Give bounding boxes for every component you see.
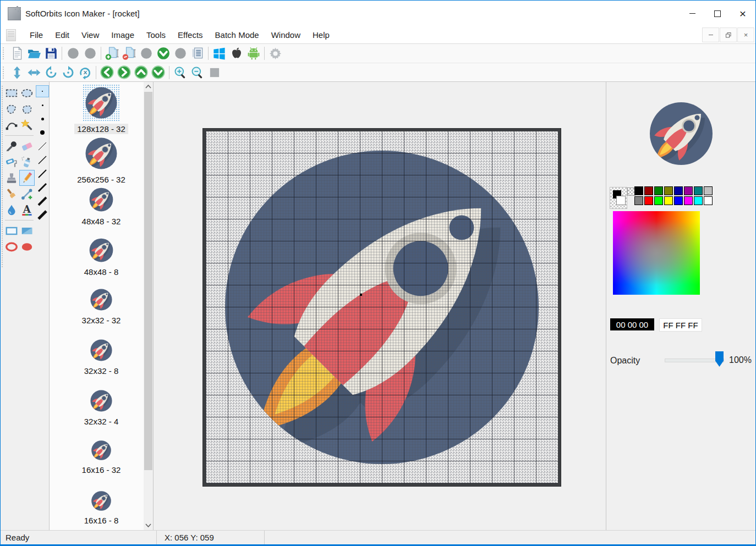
android-icon-set-button[interactable]: [245, 46, 262, 62]
palette-swatch-ffff00[interactable]: [664, 196, 673, 205]
shift-left-button[interactable]: [98, 64, 116, 80]
rectangle-outline-button[interactable]: [4, 223, 19, 239]
menu-batch-mode[interactable]: Batch Mode: [209, 30, 265, 40]
shift-down-button[interactable]: [150, 64, 167, 80]
palette-swatch-ffffff[interactable]: [704, 196, 713, 205]
menu-tools[interactable]: Tools: [140, 30, 172, 40]
palette-swatch-ff0000[interactable]: [644, 196, 653, 205]
grab-screen-button[interactable]: [138, 46, 155, 62]
image-list-button[interactable]: [189, 46, 206, 62]
foreground-background-swatches[interactable]: [610, 187, 627, 209]
palette-swatch-0000ff[interactable]: [674, 196, 683, 205]
icon-thumbnail[interactable]: [88, 286, 114, 313]
menu-help[interactable]: Help: [306, 30, 336, 40]
pencil-tool-button[interactable]: [19, 170, 35, 186]
save-icon-button[interactable]: [42, 46, 59, 62]
redo-button[interactable]: [81, 46, 98, 62]
icon-thumbnail[interactable]: [87, 185, 116, 214]
icon-thumbnail[interactable]: [83, 135, 120, 172]
curve-tool-button[interactable]: [4, 117, 19, 133]
blur-tool-button[interactable]: [4, 202, 19, 218]
fill-tool-button[interactable]: [4, 154, 19, 170]
actual-size-button[interactable]: [206, 64, 223, 80]
palette-swatch-808000[interactable]: [664, 186, 673, 195]
icon-thumbnail[interactable]: [87, 236, 116, 264]
add-image-button[interactable]: [103, 46, 120, 62]
magic-wand-button[interactable]: [19, 117, 35, 133]
zoom-in-button[interactable]: [172, 64, 189, 80]
import-image-button[interactable]: [172, 46, 189, 62]
windows-icon-set-button[interactable]: [211, 46, 228, 62]
palette-swatch-990099[interactable]: [684, 186, 693, 195]
palette-swatch-008000[interactable]: [654, 186, 663, 195]
line-width-3-option[interactable]: [36, 181, 49, 194]
palette-swatch-808080[interactable]: [634, 196, 643, 205]
icon-size-item[interactable]: 32x32 - 4: [50, 385, 153, 436]
palette-swatch-990000[interactable]: [644, 186, 653, 195]
close-button[interactable]: ×: [730, 1, 755, 26]
select-freeform-button[interactable]: [19, 101, 35, 117]
icon-size-item[interactable]: 128x128 - 32: [50, 82, 153, 133]
icon-thumbnail[interactable]: [89, 438, 113, 462]
resize-horizontal-button[interactable]: [25, 64, 42, 80]
palette-swatch-ff00ff[interactable]: [684, 196, 693, 205]
select-rectangle-button[interactable]: [4, 85, 19, 101]
list-scrollbar[interactable]: [144, 82, 153, 530]
ellipse-outline-button[interactable]: [4, 239, 19, 255]
zoom-out-button[interactable]: [189, 64, 206, 80]
palette-swatch-008080[interactable]: [694, 186, 703, 195]
background-color-swatch[interactable]: [616, 196, 626, 205]
palette-swatch-00ff00[interactable]: [654, 196, 663, 205]
scrollbar-thumb[interactable]: [144, 92, 152, 470]
maximize-button[interactable]: [705, 1, 730, 26]
settings-button[interactable]: [267, 46, 284, 62]
line-width-2-option[interactable]: [36, 168, 49, 180]
icon-size-item[interactable]: 256x256 - 32: [50, 133, 153, 183]
select-ellipse-button[interactable]: [19, 85, 35, 101]
brush-size-3-option[interactable]: [36, 99, 49, 111]
export-image-button[interactable]: [155, 46, 172, 62]
mdi-minimize-button[interactable]: [702, 27, 719, 42]
rotate-right-button[interactable]: [59, 64, 76, 80]
pixel-editor-canvas[interactable]: [206, 131, 558, 483]
shift-right-button[interactable]: [116, 64, 133, 80]
icon-size-item[interactable]: 16x16 - 32: [50, 436, 153, 487]
icon-thumbnail[interactable]: [89, 489, 113, 513]
open-icon-button[interactable]: [25, 46, 42, 62]
palette-swatch-000000[interactable]: [634, 186, 643, 195]
select-lasso-button[interactable]: [4, 101, 19, 117]
menu-view[interactable]: View: [75, 30, 105, 40]
line-tool-button[interactable]: [19, 186, 35, 202]
rectangle-filled-button[interactable]: [19, 223, 35, 239]
icon-size-item[interactable]: 48x48 - 8: [50, 234, 153, 284]
scroll-up-icon[interactable]: [144, 82, 153, 91]
palette-swatch-c0c0c0[interactable]: [704, 186, 713, 195]
foreground-hex-value[interactable]: 00 00 00: [610, 318, 654, 330]
palette-swatch-0000a0[interactable]: [674, 186, 683, 195]
rotate-angle-button[interactable]: X: [76, 64, 94, 80]
opacity-slider[interactable]: [665, 359, 724, 362]
line-width-4-option[interactable]: [36, 195, 49, 207]
menu-effects[interactable]: Effects: [172, 30, 209, 40]
menu-image[interactable]: Image: [105, 30, 140, 40]
icon-thumbnail[interactable]: [83, 84, 120, 122]
spray-tool-button[interactable]: [19, 154, 35, 170]
icon-size-item[interactable]: 48x48 - 32: [50, 183, 153, 234]
icon-size-item[interactable]: 32x32 - 8: [50, 335, 153, 385]
color-picker-button[interactable]: [4, 138, 19, 154]
line-width-1-option[interactable]: [36, 140, 49, 152]
opacity-slider-thumb[interactable]: [715, 351, 724, 367]
line-width-1.5-option[interactable]: [36, 154, 49, 166]
ellipse-filled-button[interactable]: [19, 239, 35, 255]
mdi-restore-button[interactable]: [720, 27, 737, 42]
undo-button[interactable]: [64, 46, 81, 62]
palette-swatch-00ffff[interactable]: [694, 196, 703, 205]
shift-up-button[interactable]: [133, 64, 150, 80]
scroll-down-icon[interactable]: [144, 521, 153, 530]
background-hex-value[interactable]: FF FF FF: [659, 318, 702, 332]
color-gradient-picker[interactable]: [613, 211, 700, 295]
brush-size-8-option[interactable]: [36, 126, 49, 139]
menu-window[interactable]: Window: [265, 30, 306, 40]
eraser-button[interactable]: [19, 138, 35, 154]
brush-size-2-option[interactable]: [36, 85, 49, 97]
